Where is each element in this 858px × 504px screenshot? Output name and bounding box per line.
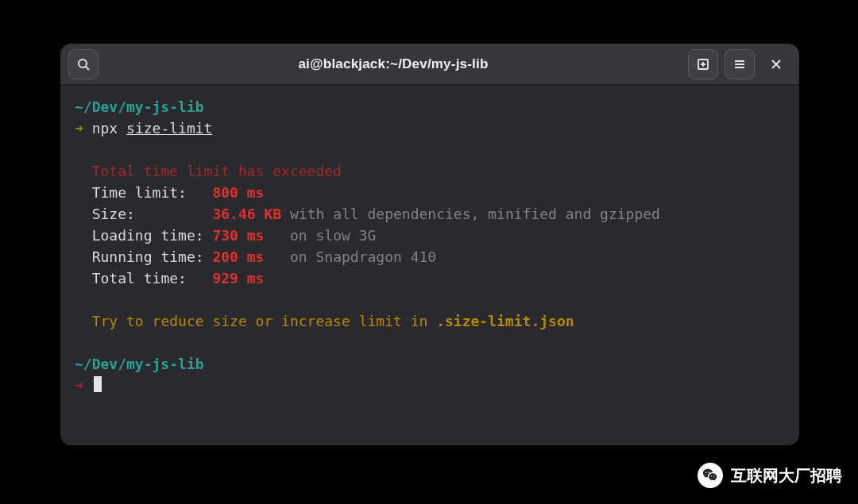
error-heading: Total time limit has exceeded: [92, 163, 342, 179]
total-label: Total time:: [92, 270, 187, 287]
search-button[interactable]: [68, 49, 99, 79]
loading-value: 730 ms: [212, 227, 264, 244]
time-limit-label: Time limit:: [92, 184, 187, 201]
wechat-icon: [698, 463, 723, 488]
new-tab-button[interactable]: [688, 49, 718, 79]
cursor: [94, 376, 102, 392]
running-note: on Snapdragon 410: [290, 248, 436, 265]
search-icon: [77, 58, 90, 71]
running-label: Running time:: [92, 248, 204, 265]
size-value: 36.46 KB: [212, 206, 281, 222]
loading-note: on slow 3G: [290, 227, 376, 244]
prompt-arrow: ➜: [75, 120, 83, 137]
terminal-window: ai@blackjack:~/Dev/my-js-lib ~/Dev/my-js…: [60, 44, 799, 445]
watermark: 互联网大厂招聘: [698, 463, 842, 488]
hamburger-icon: [733, 58, 746, 71]
svg-line-1: [86, 67, 89, 70]
total-value: 929 ms: [212, 270, 264, 287]
new-tab-icon: [697, 58, 709, 71]
prompt-cwd-2: ~/Dev/my-js-lib: [75, 356, 204, 372]
titlebar: ai@blackjack:~/Dev/my-js-lib: [60, 44, 799, 85]
size-label: Size:: [92, 206, 135, 222]
menu-button[interactable]: [725, 49, 755, 79]
close-icon: [771, 59, 782, 70]
watermark-text: 互联网大厂招聘: [731, 465, 842, 487]
prompt-arrow-2: ➜: [75, 377, 83, 394]
terminal-body[interactable]: ~/Dev/my-js-lib➜ npx size-limit Total ti…: [60, 85, 799, 445]
hint-prefix: Try to reduce size or increase limit in: [92, 313, 436, 329]
time-limit-value: 800 ms: [212, 184, 264, 201]
running-value: 200 ms: [212, 248, 264, 265]
size-note: with all dependencies, minified and gzip…: [290, 206, 660, 222]
window-title: ai@blackjack:~/Dev/my-js-lib: [105, 56, 682, 72]
close-button[interactable]: [761, 49, 791, 79]
hint-filename: .size-limit.json: [436, 313, 574, 329]
loading-label: Loading time:: [92, 227, 204, 244]
svg-point-0: [79, 60, 87, 67]
command-name: npx: [92, 120, 118, 137]
prompt-cwd: ~/Dev/my-js-lib: [75, 98, 204, 115]
command-arg: size-limit: [126, 120, 212, 137]
